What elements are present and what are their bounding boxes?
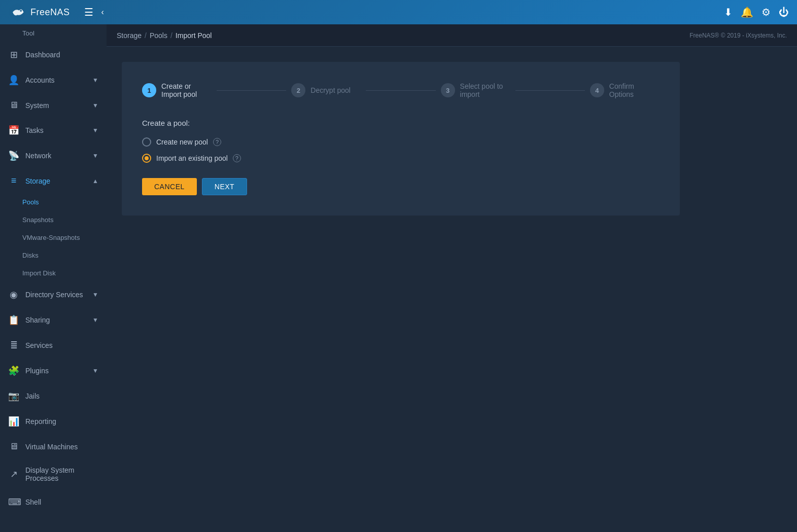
main-layout: Tool ⊞ Dashboard 👤 Accounts ▼ 🖥 System ▼… <box>0 24 797 532</box>
download-icon[interactable]: ⬇ <box>724 6 733 18</box>
sidebar-disks-label: Disks <box>22 252 98 259</box>
settings-icon[interactable]: ⚙ <box>761 6 771 18</box>
svg-point-1 <box>20 10 22 12</box>
sidebar-item-reporting[interactable]: 📊 Reporting <box>0 409 107 434</box>
logo: FreeNAS <box>8 3 70 21</box>
cancel-button[interactable]: CANCEL <box>142 178 197 195</box>
sidebar-item-sharing[interactable]: 📋 Sharing ▼ <box>0 307 107 333</box>
create-new-help-icon[interactable]: ? <box>213 138 221 146</box>
sidebar-sharing-label: Sharing <box>25 316 86 324</box>
sidebar-services-label: Services <box>25 341 98 349</box>
sidebar-item-dashboard[interactable]: ⊞ Dashboard <box>0 42 107 67</box>
step-3-circle: 3 <box>441 83 455 97</box>
sidebar-plugins-label: Plugins <box>25 367 86 375</box>
sharing-arrow-icon: ▼ <box>92 316 98 324</box>
reporting-icon: 📊 <box>8 416 19 427</box>
step-connector-2 <box>366 90 435 91</box>
network-arrow-icon: ▼ <box>92 152 98 159</box>
step-3-label: Select pool to import <box>460 82 510 98</box>
sidebar-shell-label: Shell <box>25 498 98 506</box>
radio-import-existing-input[interactable] <box>142 154 151 163</box>
sidebar-item-disks[interactable]: Disks <box>0 246 107 264</box>
step-2-label: Decrypt pool <box>310 86 351 94</box>
freenas-logo-icon <box>8 3 26 21</box>
radio-option-create-new[interactable]: Create new pool ? <box>142 137 660 147</box>
jails-icon: 📷 <box>8 391 19 402</box>
topbar: FreeNAS ☰ ‹ ⬇ 🔔 ⚙ ⏻ <box>0 0 797 24</box>
breadcrumb-sep-1: / <box>145 31 147 40</box>
breadcrumb-pools[interactable]: Pools <box>150 31 167 40</box>
directory-services-arrow-icon: ▼ <box>92 291 98 298</box>
sidebar-storage-label: Storage <box>25 177 86 185</box>
radio-group: Create new pool ? Import an existing poo… <box>142 137 660 163</box>
step-connector-3 <box>515 90 585 91</box>
radio-option-import-existing[interactable]: Import an existing pool ? <box>142 154 660 163</box>
sidebar-tool-label: Tool <box>22 29 98 37</box>
sidebar-item-snapshots[interactable]: Snapshots <box>0 211 107 229</box>
sidebar-item-directory-services[interactable]: ◉ Directory Services ▼ <box>0 282 107 307</box>
sidebar-jails-label: Jails <box>25 392 98 400</box>
hamburger-menu-icon[interactable]: ☰ <box>80 4 97 20</box>
sidebar-item-accounts[interactable]: 👤 Accounts ▼ <box>0 67 107 93</box>
sidebar-item-display-system-processes[interactable]: ↗ Display System Processes <box>0 459 107 489</box>
network-icon: 📡 <box>8 150 19 161</box>
sidebar-item-system[interactable]: 🖥 System ▼ <box>0 93 107 118</box>
button-row: CANCEL NEXT <box>142 178 660 195</box>
sidebar-directory-services-label: Directory Services <box>25 291 86 299</box>
brand-name: FreeNAS <box>30 7 70 18</box>
step-connector-1 <box>217 90 286 91</box>
sidebar-item-virtual-machines[interactable]: 🖥 Virtual Machines <box>0 434 107 459</box>
step-3-number: 3 <box>446 87 449 94</box>
sidebar-item-services[interactable]: ≣ Services <box>0 333 107 358</box>
sidebar-item-tasks[interactable]: 📅 Tasks ▼ <box>0 118 107 143</box>
system-arrow-icon: ▼ <box>92 102 98 109</box>
step-1-circle: 1 <box>142 83 156 97</box>
step-3: 3 Select pool to import <box>441 82 510 98</box>
tasks-icon: 📅 <box>8 125 19 136</box>
services-icon: ≣ <box>8 340 19 351</box>
virtual-machines-icon: 🖥 <box>8 441 19 452</box>
sidebar-item-pools[interactable]: Pools <box>0 193 107 211</box>
accounts-icon: 👤 <box>8 75 19 86</box>
sidebar-item-shell[interactable]: ⌨ Shell <box>0 489 107 515</box>
copyright-text: FreeNAS® © 2019 - iXsystems, Inc. <box>689 32 787 39</box>
plugins-icon: 🧩 <box>8 365 19 376</box>
sidebar-item-storage[interactable]: ≡ Storage ▲ <box>0 168 107 193</box>
notifications-icon[interactable]: 🔔 <box>741 6 753 18</box>
next-button[interactable]: NEXT <box>202 178 247 195</box>
step-4-circle: 4 <box>590 83 604 97</box>
step-4: 4 Confirm Options <box>590 82 660 98</box>
sidebar-display-system-processes-label: Display System Processes <box>25 466 98 482</box>
radio-import-existing-label: Import an existing pool <box>156 154 228 162</box>
power-icon[interactable]: ⏻ <box>779 7 789 18</box>
sidebar-top-tool[interactable]: Tool <box>0 24 107 42</box>
sidebar-virtual-machines-label: Virtual Machines <box>25 443 98 451</box>
wizard-card: 1 Create or Import pool 2 Decrypt pool <box>122 62 680 216</box>
step-4-number: 4 <box>595 87 599 94</box>
topbar-actions: ⬇ 🔔 ⚙ ⏻ <box>724 6 789 18</box>
breadcrumb: Storage / Pools / Import Pool <box>117 31 212 40</box>
wizard-stepper: 1 Create or Import pool 2 Decrypt pool <box>142 82 660 98</box>
step-2-circle: 2 <box>291 83 305 97</box>
sidebar-item-jails[interactable]: 📷 Jails <box>0 383 107 409</box>
radio-create-new-input[interactable] <box>142 137 151 147</box>
sharing-icon: 📋 <box>8 314 19 326</box>
breadcrumb-storage[interactable]: Storage <box>117 31 142 40</box>
sidebar-item-network[interactable]: 📡 Network ▼ <box>0 143 107 168</box>
sidebar-item-plugins[interactable]: 🧩 Plugins ▼ <box>0 358 107 383</box>
content-area: Storage / Pools / Import Pool FreeNAS® ©… <box>107 24 797 532</box>
import-existing-help-icon[interactable]: ? <box>233 154 241 162</box>
step-1: 1 Create or Import pool <box>142 82 212 98</box>
sidebar-network-label: Network <box>25 152 86 160</box>
step-4-label: Confirm Options <box>609 82 660 98</box>
storage-icon: ≡ <box>8 175 19 186</box>
sidebar-accounts-label: Accounts <box>25 76 86 84</box>
sidebar-import-disk-label: Import Disk <box>22 269 98 277</box>
sidebar-tasks-label: Tasks <box>25 126 86 134</box>
accounts-arrow-icon: ▼ <box>92 77 98 84</box>
step-1-label: Create or Import pool <box>161 82 212 98</box>
back-icon[interactable]: ‹ <box>97 6 108 19</box>
sidebar-item-vmware-snapshots[interactable]: VMware-Snapshots <box>0 229 107 246</box>
sidebar-item-import-disk[interactable]: Import Disk <box>0 264 107 282</box>
breadcrumb-import-pool: Import Pool <box>176 31 212 40</box>
